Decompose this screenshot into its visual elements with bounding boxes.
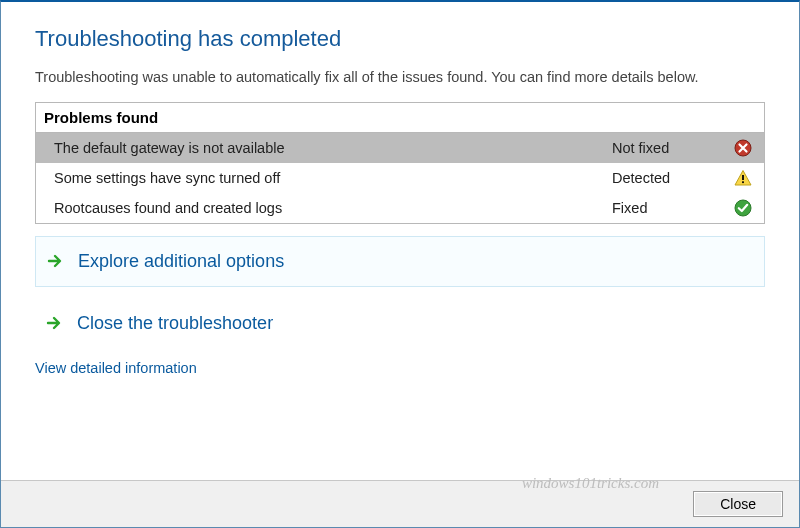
explore-additional-options[interactable]: Explore additional options (35, 236, 765, 287)
arrow-right-icon (45, 314, 63, 332)
success-icon (732, 199, 754, 217)
problem-row[interactable]: Rootcauses found and created logs Fixed (36, 193, 764, 223)
troubleshooter-window: Troubleshooting has completed Troublesho… (0, 0, 800, 528)
problem-status: Not fixed (612, 140, 732, 156)
problem-name: Some settings have sync turned off (54, 170, 612, 186)
problems-found-header: Problems found (36, 103, 764, 133)
problems-found-box: Problems found The default gateway is no… (35, 102, 765, 224)
close-button[interactable]: Close (693, 491, 783, 517)
arrow-right-icon (46, 252, 64, 270)
option-label: Explore additional options (78, 251, 284, 272)
detailed-info-row: View detailed information (35, 360, 765, 376)
dialog-footer: windows101tricks.com Close (1, 480, 799, 527)
error-icon (732, 139, 754, 157)
problem-name: The default gateway is not available (54, 140, 612, 156)
option-label: Close the troubleshooter (77, 313, 273, 334)
close-the-troubleshooter[interactable]: Close the troubleshooter (35, 299, 765, 348)
view-detailed-information-link[interactable]: View detailed information (35, 360, 197, 376)
problem-status: Detected (612, 170, 732, 186)
description-text: Troubleshooting was unable to automatica… (35, 68, 765, 88)
content-area: Troubleshooting has completed Troublesho… (1, 2, 799, 480)
svg-rect-1 (742, 175, 744, 180)
problem-status: Fixed (612, 200, 732, 216)
page-title: Troubleshooting has completed (35, 26, 765, 52)
problem-row[interactable]: Some settings have sync turned off Detec… (36, 163, 764, 193)
problem-name: Rootcauses found and created logs (54, 200, 612, 216)
warning-icon (732, 169, 754, 187)
problem-row[interactable]: The default gateway is not available Not… (36, 133, 764, 163)
svg-rect-2 (742, 181, 744, 183)
